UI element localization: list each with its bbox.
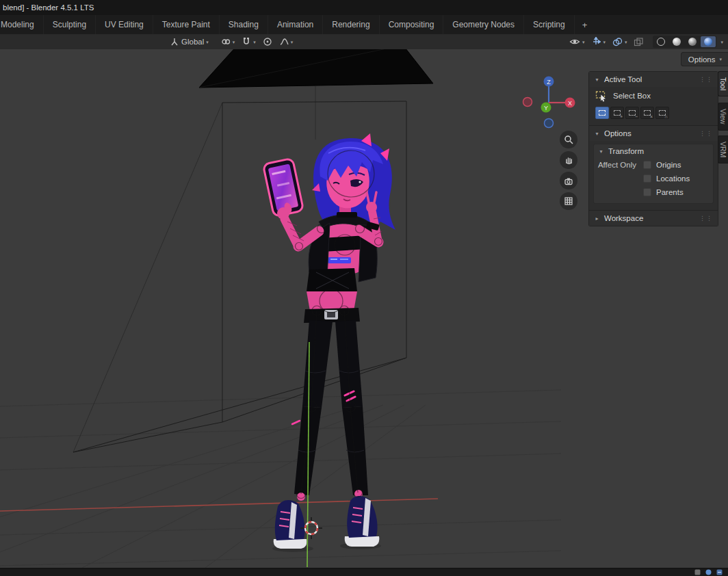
falloff-curve-icon — [279, 37, 289, 47]
dashed-box-icon — [599, 110, 606, 116]
shading-rendered-button[interactable] — [701, 36, 716, 47]
workspace-panel-header[interactable]: ▸ Workspace ⋮⋮ — [589, 211, 718, 226]
tab-rendering[interactable]: Rendering — [323, 15, 379, 34]
camera-icon — [564, 176, 574, 185]
chevron-down-icon: ▾ — [206, 40, 209, 44]
gizmo-axis-neg-x[interactable] — [523, 98, 532, 107]
select-box-icon — [595, 90, 608, 102]
status-icon — [705, 569, 712, 575]
select-mode-intersect-button[interactable]: ∩ — [655, 107, 669, 119]
tab-scripting[interactable]: Scripting — [524, 15, 575, 34]
pivot-point-dropdown[interactable]: ▾ — [218, 36, 238, 48]
panel-active-tool: ▾ Active Tool ⋮⋮ Select Box + − × ∩ — [588, 71, 718, 126]
status-bar — [0, 568, 728, 576]
proportional-falloff-dropdown[interactable]: ▾ — [276, 36, 296, 48]
options-panel-header[interactable]: ▾ Options ⋮⋮ — [589, 126, 718, 141]
status-icon — [694, 569, 701, 575]
active-tool-panel-title: Active Tool — [604, 75, 642, 83]
grip-icon[interactable]: ⋮⋮ — [699, 215, 713, 222]
select-mode-invert-button[interactable]: × — [640, 107, 654, 119]
tab-compositing[interactable]: Compositing — [380, 15, 444, 34]
sidebar-tab-tool[interactable]: Tool — [718, 71, 728, 96]
options-panel-title: Options — [604, 129, 632, 138]
camera-view-button[interactable] — [560, 172, 577, 189]
grip-icon[interactable]: ⋮⋮ — [699, 76, 713, 83]
active-tool-panel-header[interactable]: ▾ Active Tool ⋮⋮ — [589, 72, 718, 87]
select-mode-subtract-button[interactable]: − — [625, 107, 639, 119]
chevron-down-icon: ▾ — [603, 40, 606, 44]
sneaker-left — [274, 500, 307, 549]
zoom-icon — [564, 135, 573, 144]
window-title: blend] - Blender 4.5.1 LTS — [3, 3, 94, 12]
navigation-gizmo[interactable]: Z X Y — [523, 77, 575, 128]
chevron-down-icon: ▾ — [719, 57, 722, 62]
area-light-plane[interactable] — [199, 49, 433, 140]
shading-wireframe-button[interactable] — [653, 36, 668, 47]
hand-icon — [564, 155, 573, 165]
tab-texture-paint[interactable]: Texture Paint — [153, 15, 220, 34]
tab-uv-editing[interactable]: UV Editing — [96, 15, 153, 34]
xray-icon — [634, 38, 643, 47]
chevron-right-icon: ▸ — [594, 215, 600, 222]
xray-toggle[interactable] — [631, 36, 646, 48]
affect-only-locations-row: Locations — [594, 172, 713, 185]
grid-ortho-button[interactable] — [560, 192, 577, 210]
svg-text:X: X — [568, 100, 572, 107]
active-tool-display[interactable]: Select Box — [589, 87, 718, 103]
sneaker-right — [345, 496, 380, 547]
shading-dropdown[interactable]: ▾ — [718, 36, 726, 48]
sidebar-tab-vrm[interactable]: VRM — [718, 135, 728, 163]
chevron-down-icon: ▾ — [598, 148, 604, 155]
snap-magnet-icon — [242, 37, 251, 47]
add-workspace-button[interactable]: + — [575, 15, 595, 34]
show-overlays-dropdown[interactable]: ▾ — [610, 36, 630, 48]
svg-text:Z: Z — [547, 79, 551, 86]
transform-subpanel: ▾ Transform Affect Only Origins Location… — [593, 144, 714, 204]
zoom-button[interactable] — [560, 131, 577, 148]
tool-options-popover-button[interactable]: Options ▾ — [681, 52, 728, 66]
orientation-axes-icon — [170, 37, 179, 47]
transform-subpanel-header[interactable]: ▾ Transform — [594, 144, 713, 158]
pivot-point-icon — [221, 37, 231, 47]
pan-hand-button[interactable] — [560, 151, 577, 169]
select-mode-buttons: + − × ∩ — [589, 103, 718, 125]
shading-material-icon — [688, 38, 697, 46]
window-titlebar: blend] - Blender 4.5.1 LTS — [0, 0, 728, 15]
chevron-down-icon: ▾ — [720, 40, 723, 44]
header-left-cluster: Global ▾ ▾ ▾ — [167, 34, 296, 49]
tab-sculpting[interactable]: Sculpting — [44, 15, 96, 34]
active-tool-name: Select Box — [613, 92, 651, 100]
choker — [337, 212, 357, 218]
shading-material-button[interactable] — [685, 36, 700, 47]
tab-geometry-nodes[interactable]: Geometry Nodes — [443, 15, 524, 34]
proportional-editing-toggle[interactable] — [260, 36, 275, 48]
tab-shading[interactable]: Shading — [220, 15, 268, 34]
parents-checkbox[interactable] — [643, 188, 651, 196]
svg-text:Y: Y — [544, 105, 548, 112]
show-gizmo-dropdown[interactable]: ▾ — [588, 36, 608, 48]
select-mode-extend-button[interactable]: + — [610, 107, 624, 119]
tab-modeling[interactable]: Modeling — [0, 15, 44, 34]
sidebar-tab-view[interactable]: View — [718, 103, 728, 131]
workspace-tabbar: Modeling Sculpting UV Editing Texture Pa… — [0, 15, 728, 34]
object-visibility-dropdown[interactable]: ▾ — [567, 36, 588, 48]
transform-subpanel-title: Transform — [608, 147, 644, 155]
character-model[interactable] — [263, 133, 395, 552]
transform-orientation-dropdown[interactable]: Global ▾ — [167, 36, 211, 48]
gizmo-icon — [591, 37, 601, 47]
shading-solid-button[interactable] — [669, 36, 684, 47]
snapping-toggle[interactable]: ▾ — [239, 36, 259, 48]
eye-visibility-icon — [569, 38, 580, 46]
select-mode-new-button[interactable] — [595, 107, 609, 119]
grip-icon[interactable]: ⋮⋮ — [699, 130, 713, 137]
chest-glow-decal — [328, 257, 351, 263]
status-icon — [716, 569, 723, 575]
proportional-editing-icon — [263, 37, 272, 47]
chevron-down-icon: ▾ — [594, 131, 600, 137]
locations-checkbox[interactable] — [643, 174, 651, 183]
affect-only-origins-row: Affect Only Origins — [594, 158, 713, 172]
origins-checkbox[interactable] — [643, 161, 651, 169]
tab-animation[interactable]: Animation — [268, 15, 323, 34]
origins-label: Origins — [656, 161, 681, 169]
gizmo-axis-neg-z[interactable] — [545, 119, 554, 128]
